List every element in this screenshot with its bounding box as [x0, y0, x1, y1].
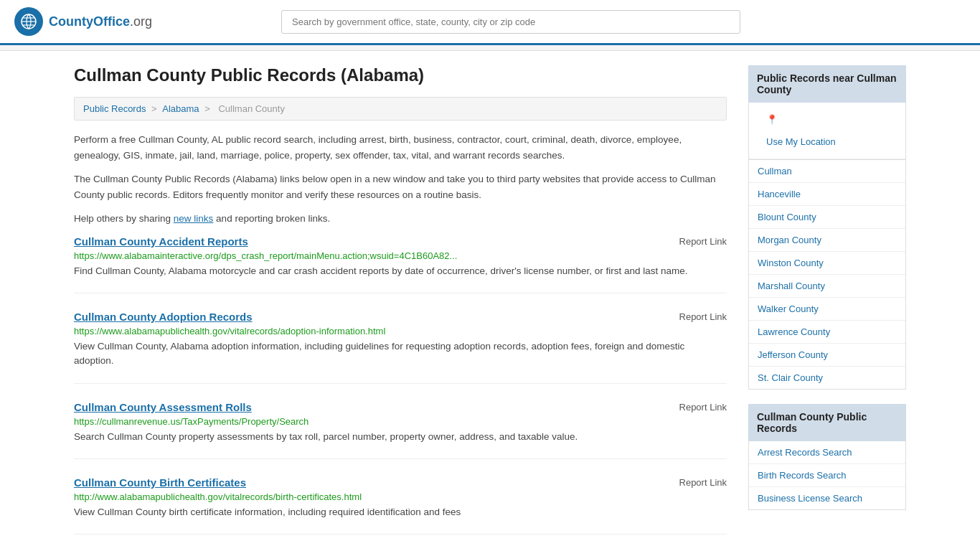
record-entry: Cullman County Accident Reports Report L…: [74, 235, 727, 293]
breadcrumb: Public Records > Alabama > Cullman Count…: [74, 97, 727, 121]
nearby-list-item[interactable]: Morgan County: [749, 229, 905, 252]
records-sidebar-link[interactable]: Business License Search: [749, 487, 905, 509]
desc3-pre: Help others by sharing: [74, 213, 174, 224]
record-title[interactable]: Cullman County Adoption Records: [74, 311, 253, 323]
logo-icon: [14, 7, 43, 36]
records-sidebar-item[interactable]: Arrest Records Search: [749, 441, 905, 464]
page-title: Cullman County Public Records (Alabama): [74, 65, 727, 85]
records-section: Cullman County Public Records Arrest Rec…: [748, 404, 906, 510]
description-3: Help others by sharing new links and rep…: [74, 211, 727, 227]
nearby-list-item[interactable]: Blount County: [749, 206, 905, 229]
record-url[interactable]: https://www.alabamainteractive.org/dps_c…: [74, 250, 727, 261]
nearby-list-item[interactable]: Jefferson County: [749, 344, 905, 367]
records-list: Cullman County Accident Reports Report L…: [74, 235, 727, 534]
report-link[interactable]: Report Link: [679, 311, 727, 322]
content-area: Cullman County Public Records (Alabama) …: [74, 65, 727, 551]
record-entry: Cullman County Birth Certificates Report…: [74, 476, 727, 534]
record-url[interactable]: http://www.alabamapublichealth.gov/vital…: [74, 491, 727, 502]
breadcrumb-current: Cullman County: [218, 103, 285, 114]
use-my-location-label: Use My Location: [758, 131, 897, 153]
search-input[interactable]: [281, 10, 740, 34]
main-layout: Cullman County Public Records (Alabama) …: [60, 51, 920, 551]
breadcrumb-sep1: >: [151, 103, 159, 114]
new-links-link[interactable]: new links: [174, 213, 214, 224]
record-url[interactable]: https://www.alabamapublichealth.gov/vita…: [74, 326, 727, 336]
record-header: Cullman County Assessment Rolls Report L…: [74, 401, 727, 413]
nearby-link[interactable]: St. Clair County: [749, 367, 905, 389]
report-link[interactable]: Report Link: [679, 402, 727, 413]
description-2: The Cullman County Public Records (Alaba…: [74, 171, 727, 202]
logo[interactable]: CountyOffice.org: [14, 7, 152, 36]
record-title[interactable]: Cullman County Accident Reports: [74, 235, 248, 248]
search-container[interactable]: [281, 10, 740, 34]
nearby-list-item[interactable]: Hanceville: [749, 183, 905, 206]
records-sidebar-item[interactable]: Birth Records Search: [749, 464, 905, 487]
record-entry: Cullman County Assessment Rolls Report L…: [74, 401, 727, 459]
breadcrumb-sep2: >: [204, 103, 212, 114]
nearby-link[interactable]: Morgan County: [749, 229, 905, 251]
desc3-post: and reporting broken links.: [213, 213, 330, 224]
site-header: CountyOffice.org: [0, 0, 980, 45]
nearby-list-item[interactable]: Cullman: [749, 160, 905, 183]
records-sidebar-link[interactable]: Birth Records Search: [749, 464, 905, 486]
nearby-link[interactable]: Lawrence County: [749, 321, 905, 343]
sidebar: Public Records near Cullman County 📍 Use…: [748, 65, 906, 551]
nearby-places-list: CullmanHancevilleBlount CountyMorgan Cou…: [748, 160, 906, 390]
record-description: View Cullman County birth certificate in…: [74, 505, 727, 519]
nearby-list-item[interactable]: Winston County: [749, 252, 905, 275]
description-1: Perform a free Cullman County, AL public…: [74, 132, 727, 163]
record-entry: Cullman County Adoption Records Report L…: [74, 311, 727, 384]
accent-bar: [0, 45, 980, 51]
nearby-list-item[interactable]: St. Clair County: [749, 367, 905, 389]
use-my-location-item[interactable]: 📍 Use My Location: [749, 103, 905, 159]
nearby-link[interactable]: Winston County: [749, 252, 905, 274]
records-sidebar-link[interactable]: Arrest Records Search: [749, 441, 905, 463]
records-section-header: Cullman County Public Records: [748, 404, 906, 441]
breadcrumb-public-records[interactable]: Public Records: [83, 103, 146, 114]
nearby-link[interactable]: Jefferson County: [749, 344, 905, 366]
logo-text: CountyOffice.org: [49, 14, 152, 29]
nearby-header: Public Records near Cullman County: [748, 65, 906, 103]
record-header: Cullman County Adoption Records Report L…: [74, 311, 727, 323]
nearby-list-item[interactable]: Lawrence County: [749, 321, 905, 344]
nearby-link[interactable]: Marshall County: [749, 275, 905, 297]
report-link[interactable]: Report Link: [679, 236, 727, 247]
record-header: Cullman County Accident Reports Report L…: [74, 235, 727, 248]
record-title[interactable]: Cullman County Birth Certificates: [74, 476, 246, 489]
breadcrumb-alabama[interactable]: Alabama: [162, 103, 199, 114]
nearby-link[interactable]: Walker County: [749, 298, 905, 320]
nearby-list: 📍 Use My Location: [748, 103, 906, 160]
location-icon: 📍: [758, 108, 897, 131]
report-link[interactable]: Report Link: [679, 477, 727, 488]
record-description: View Cullman County, Alabama adoption in…: [74, 339, 727, 369]
record-description: Search Cullman County property assessmen…: [74, 430, 727, 444]
nearby-section: Public Records near Cullman County 📍 Use…: [748, 65, 906, 390]
records-sidebar-list: Arrest Records SearchBirth Records Searc…: [748, 441, 906, 510]
record-title[interactable]: Cullman County Assessment Rolls: [74, 401, 252, 413]
record-url[interactable]: https://cullmanrevenue.us/TaxPayments/Pr…: [74, 416, 727, 427]
nearby-link[interactable]: Cullman: [749, 160, 905, 182]
nearby-list-item[interactable]: Walker County: [749, 298, 905, 321]
record-description: Find Cullman County, Alabama motorcycle …: [74, 264, 727, 278]
nearby-link[interactable]: Blount County: [749, 206, 905, 228]
nearby-list-item[interactable]: Marshall County: [749, 275, 905, 298]
records-sidebar-item[interactable]: Business License Search: [749, 487, 905, 509]
record-header: Cullman County Birth Certificates Report…: [74, 476, 727, 489]
nearby-link[interactable]: Hanceville: [749, 183, 905, 205]
